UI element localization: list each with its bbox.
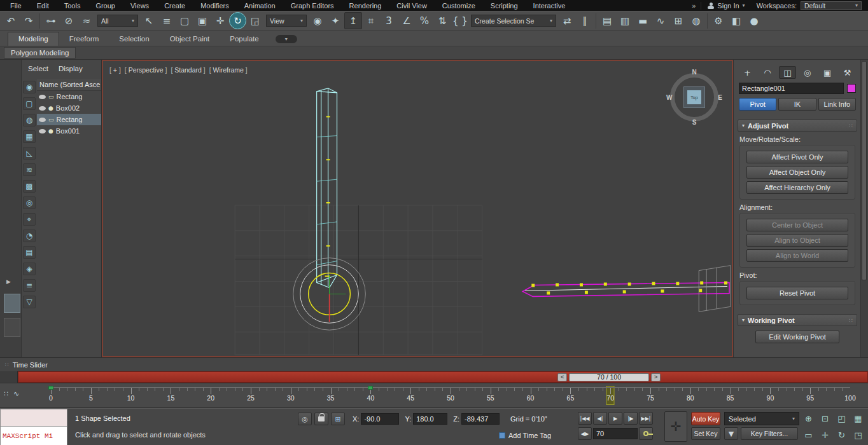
rotate-gizmo[interactable] [293,258,366,331]
time-slider-indicator[interactable]: < 70 / 100 > [557,373,661,381]
modify-tab-icon[interactable]: ◠ [759,66,776,79]
viewport-nav-icon[interactable]: ◰ [834,411,850,427]
scene-object-row[interactable]: ▭ Rectang [37,91,101,102]
center-to-object-button[interactable]: Center to Object [746,219,848,231]
scene-object-row-selected[interactable]: ▭ Rectang [37,114,101,125]
viewport-canvas[interactable] [103,61,732,356]
workspace-dropdown[interactable]: Default ▾ [801,1,862,10]
frame-spinner-icon[interactable]: ◀▶ [578,427,592,440]
viewport-layout-tab-a[interactable] [4,294,20,313]
ribbon-subtab-polygon-modeling[interactable]: Polygon Modeling [4,47,76,58]
maxscript-label[interactable]: MAXScript Mi [0,427,67,445]
menu-item[interactable]: Civil View [389,1,434,10]
curve-editor-icon[interactable]: ∿ [652,12,669,29]
ribbon-tab-freeform[interactable]: Freeform [59,32,109,46]
viewcube[interactable]: N W E S Top [667,70,722,125]
viewcube-south[interactable]: S [692,119,697,126]
rendered-frame-window-icon[interactable]: ◧ [727,12,745,29]
viewport-layout-tab-b[interactable] [4,318,20,337]
material-editor-icon[interactable]: ◍ [687,12,705,29]
select-and-manipulate-icon[interactable]: ✦ [326,12,344,29]
align-icon[interactable]: ∥ [576,12,594,29]
command-panel-scrollbar[interactable] [860,60,868,357]
viewport-nav-icon[interactable]: ⊡ [817,411,833,427]
edit-working-pivot-button[interactable]: Edit Working Pivot [755,331,839,343]
mirror-icon[interactable]: ⇄ [558,12,576,29]
sign-in-button[interactable]: Sign In ▾ [701,2,751,10]
object-color-swatch[interactable] [847,84,856,93]
render-setup-icon[interactable]: ⚙ [710,12,727,29]
set-keys-button[interactable]: ✛ [664,411,687,442]
scene-object-row[interactable]: ● Box001 [37,125,101,137]
menu-item[interactable]: Rendering [342,1,389,10]
link-info-mode-button[interactable]: Link Info [818,98,856,111]
keyframe-marker[interactable] [368,386,373,390]
spinner-snap-icon[interactable]: ⇅ [433,12,451,29]
box-wireframe[interactable] [699,266,731,312]
align-to-object-button[interactable]: Align to Object [746,234,848,247]
ribbon-tab-populate[interactable]: Populate [220,32,269,46]
magenta-spline-object[interactable] [522,282,729,297]
viewport-nav-icon[interactable]: ▦ [850,411,866,427]
frame-readout[interactable]: 70 / 100 [569,373,649,381]
render-production-icon[interactable]: ● [745,12,763,29]
visibility-eye-icon[interactable] [39,95,46,99]
select-and-move-icon[interactable]: ✛ [211,12,229,29]
reset-pivot-button[interactable]: Reset Pivot [746,287,848,299]
viewport-menu[interactable]: Standard [171,66,205,74]
ribbon-tab-selection[interactable]: Selection [109,32,159,46]
ribbon-tab-modeling[interactable]: Modeling [8,32,59,46]
visibility-eye-icon[interactable] [39,118,46,122]
viewcube-top-face[interactable]: Top [683,86,705,108]
object-name-field[interactable]: Rectangle001 [739,83,844,94]
select-and-link-icon[interactable]: ⊶ [42,12,60,29]
affect-object-only-button[interactable]: Affect Object Only [746,166,848,179]
perspective-viewport[interactable]: +PerspectiveStandardWireframe [102,60,733,357]
expand-panel-icon[interactable]: ▶ [6,278,11,285]
menu-item[interactable]: File [3,1,29,10]
pivot-mode-button[interactable]: Pivot [739,98,776,111]
explorer-tool-icon[interactable]: ⌖ [23,213,36,226]
keyframe-marker[interactable] [48,386,53,390]
explorer-tool-icon[interactable]: ◎ [23,196,36,209]
explorer-tool-icon[interactable]: ▽ [23,296,36,308]
menu-item[interactable]: Graph Editors [283,1,342,10]
explorer-tool-icon[interactable]: ≋ [23,163,36,176]
undo-icon[interactable]: ↶ [2,12,20,29]
explorer-menu-display[interactable]: Display [59,65,83,72]
menu-item[interactable]: Tools [57,1,88,10]
reference-coordinate-system-dropdown[interactable]: View ▾ [266,15,307,27]
menu-item[interactable]: Views [123,1,157,10]
scene-object-row[interactable]: ● Box002 [37,102,101,114]
maxscript-mini-listener[interactable]: MAXScript Mi [0,409,67,445]
create-tab-icon[interactable]: + [739,66,756,79]
explorer-tool-icon[interactable]: ◔ [23,229,36,242]
key-filters-icon[interactable]: ▼ [724,427,738,440]
snaps-toggle-icon[interactable]: 3 [380,12,398,29]
named-selection-sets-dropdown[interactable]: Create Selection Se ▾ [471,15,556,27]
playback-button[interactable]: ▶ [608,412,622,425]
viewport-menu[interactable]: Perspective [125,66,167,74]
visibility-eye-icon[interactable] [39,106,46,111]
explorer-column-header[interactable]: Name (Sorted Asce [37,79,101,91]
menu-item[interactable]: Create [157,1,193,10]
select-and-rotate-icon[interactable]: ↻ [229,12,246,29]
scrollbar-thumb[interactable] [862,61,867,280]
window-crossing-icon[interactable]: ▣ [193,12,211,29]
adjust-pivot-rollout-header[interactable]: ▾ Adjust Pivot ∷ [738,120,857,132]
track-bar-grip-icon[interactable]: ∷ [4,390,8,398]
viewcube-east[interactable]: E [718,94,722,101]
toggle-layer-explorer-icon[interactable]: ▥ [616,12,634,29]
explorer-tool-icon[interactable]: ▤ [23,246,36,259]
add-time-tag[interactable]: Add Time Tag [499,432,551,439]
selection-lock-icon[interactable] [314,413,328,425]
previous-frame-arrow[interactable]: < [557,373,567,381]
angle-snap-icon[interactable]: ∠ [398,12,416,29]
viewport-menu[interactable]: Wireframe [209,66,248,74]
viewport-nav-icon[interactable]: ⊕ [801,411,816,427]
explorer-tool-icon[interactable]: ▦ [23,130,36,143]
viewcube-west[interactable]: W [666,94,672,101]
select-and-place-icon[interactable]: ↥ [344,12,362,29]
explorer-tool-icon[interactable]: ≡ [23,279,36,292]
playback-button[interactable]: |▶ [624,412,638,425]
